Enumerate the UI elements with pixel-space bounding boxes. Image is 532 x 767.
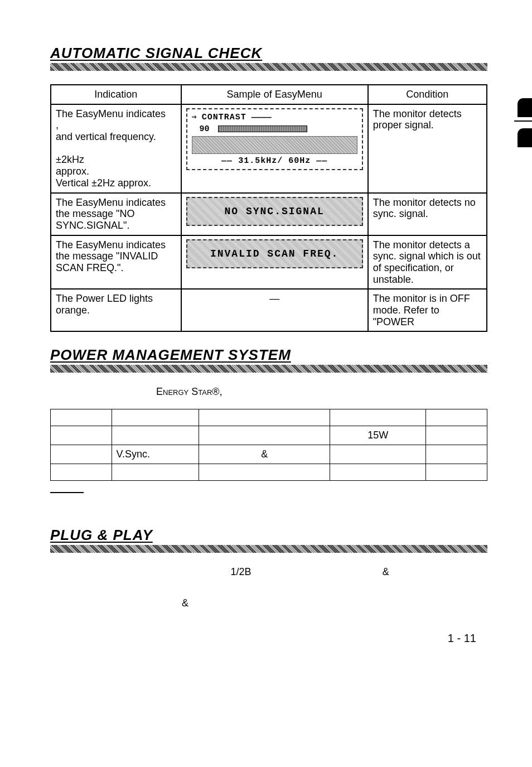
table-row <box>51 409 487 426</box>
th-condition: Condition <box>368 85 487 104</box>
cell-amp: & <box>199 445 330 464</box>
table-row: The EasyMenu indicates the message "NO S… <box>51 193 487 235</box>
side-divider <box>514 120 532 125</box>
side-tab-icon <box>518 98 532 117</box>
table-row: The EasyMenu indicates , and vertical fr… <box>51 104 487 193</box>
cell-indication: The EasyMenu indicates the message "NO S… <box>51 193 181 235</box>
cell-indication: The EasyMenu indicates , and vertical fr… <box>51 104 181 193</box>
cell-sample: NO SYNC.SIGNAL <box>181 193 368 235</box>
th-sample: Sample of EasyMenu <box>181 85 368 104</box>
side-tab-group <box>514 95 532 151</box>
osd-banner-nosync: NO SYNC.SIGNAL <box>186 197 363 226</box>
osd-value: 90 <box>200 124 210 134</box>
osd-title: CONTRAST <box>202 113 246 122</box>
table-row: The EasyMenu indicates the message "INVA… <box>51 235 487 290</box>
section-heading-auto-signal: AUTOMATIC SIGNAL CHECK <box>50 45 487 62</box>
cell-indication: The Power LED lights orange. <box>51 289 181 331</box>
th-indication: Indication <box>51 85 181 104</box>
power-table: 15W V.Sync. & <box>50 409 487 481</box>
cell-sample: ⇒ CONTRAST ———— 90 —— 31.5kHz/ 60Hz —— <box>181 104 368 193</box>
table-row: The Power LED lights orange. — The monit… <box>51 289 487 331</box>
osd-icon-row <box>192 136 357 154</box>
side-tab-icon <box>518 128 532 147</box>
cell-condition: The monitor is in OFF mode. Refer to "PO… <box>368 289 487 331</box>
osd-banner-invalid: INVALID SCAN FREQ. <box>186 239 363 269</box>
cell-power-15w: 15W <box>330 426 426 445</box>
table-row: 15W <box>51 426 487 445</box>
cell-vsync: V.Sync. <box>112 445 199 464</box>
osd-easymenu: ⇒ CONTRAST ———— 90 —— 31.5kHz/ 60Hz —— <box>186 108 363 171</box>
heading-dither-bar <box>50 545 487 553</box>
signal-check-table: Indication Sample of EasyMenu Condition … <box>50 84 487 332</box>
energy-star-label: Energy Star®, <box>156 386 223 397</box>
table-row: V.Sync. & <box>51 445 487 464</box>
table-row <box>51 464 487 481</box>
heading-dither-bar <box>50 365 487 373</box>
cell-condition: The monitor detects proper signal. <box>368 104 487 193</box>
cell-condition: The monitor detects no sync. signal. <box>368 193 487 235</box>
page-number: 1 - 11 <box>50 632 487 645</box>
cell-indication: The EasyMenu indicates the message "INVA… <box>51 235 181 290</box>
cell-sample: INVALID SCAN FREQ. <box>181 235 368 290</box>
osd-slider-icon <box>218 126 307 132</box>
section-heading-power-mgmt: POWER MANAGEMENT SYSTEM <box>50 346 487 364</box>
heading-dither-bar <box>50 63 487 71</box>
footnote-rule <box>50 492 84 493</box>
cell-condition: The monitor detects a sync. signal which… <box>368 235 487 290</box>
plug-text-1b: & <box>383 566 389 577</box>
plug-text-2: & <box>182 597 188 609</box>
section-heading-plug-play: PLUG & PLAY <box>50 527 487 544</box>
plug-text-1a: 1/2B <box>231 566 252 577</box>
cell-sample-dash: — <box>181 289 368 331</box>
osd-footer: 31.5kHz/ 60Hz <box>238 156 311 166</box>
